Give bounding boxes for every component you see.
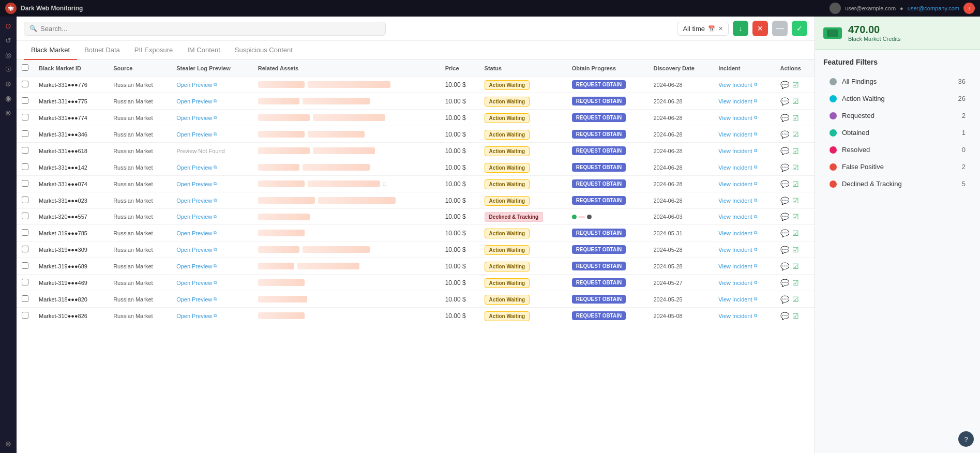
filter-item-declined-tracking[interactable]: Declined & Tracking 5	[823, 176, 972, 192]
open-preview-link[interactable]: Open Preview ⧉	[176, 131, 248, 138]
check-icon[interactable]: ☑	[792, 114, 799, 122]
open-preview-link[interactable]: Open Preview ⧉	[176, 313, 248, 319]
open-preview-link[interactable]: Open Preview ⧉	[176, 247, 248, 253]
obtain-button[interactable]: REQUEST OBTAIN	[572, 130, 626, 139]
sidebar-icon-monitor[interactable]: ⊕	[3, 79, 13, 89]
row-checkbox[interactable]	[22, 312, 28, 319]
obtain-button[interactable]: REQUEST OBTAIN	[572, 295, 626, 304]
row-checkbox[interactable]	[22, 279, 28, 285]
sidebar-icon-list[interactable]: ◉	[3, 93, 13, 103]
row-checkbox[interactable]	[22, 295, 28, 302]
comment-icon[interactable]: 💬	[780, 246, 789, 254]
select-all-checkbox[interactable]	[22, 64, 28, 71]
obtain-button[interactable]: REQUEST OBTAIN	[572, 179, 626, 188]
view-incident-link[interactable]: View Incident ⧉	[718, 98, 770, 104]
view-incident-link[interactable]: View Incident ⧉	[718, 131, 770, 138]
check-icon[interactable]: ☑	[792, 180, 799, 188]
obtain-button[interactable]: REQUEST OBTAIN	[572, 163, 626, 172]
sidebar-icon-profile[interactable]: ⊛	[3, 439, 13, 449]
tab-black-market[interactable]: Black Market	[24, 41, 77, 60]
open-preview-link[interactable]: Open Preview ⧉	[176, 296, 248, 303]
check-icon[interactable]: ☑	[792, 229, 799, 237]
view-incident-link[interactable]: View Incident ⧉	[718, 198, 770, 204]
view-incident-link[interactable]: View Incident ⧉	[718, 263, 770, 269]
row-checkbox[interactable]	[22, 262, 28, 269]
view-incident-link[interactable]: View Incident ⧉	[718, 164, 770, 171]
view-incident-link[interactable]: View Incident ⧉	[718, 247, 770, 253]
obtain-button[interactable]: REQUEST OBTAIN	[572, 113, 626, 122]
filter-item-all-findings[interactable]: All Findings 36	[823, 73, 972, 89]
check-icon[interactable]: ☑	[792, 312, 799, 320]
obtain-button[interactable]: REQUEST OBTAIN	[572, 278, 626, 287]
row-checkbox[interactable]	[22, 213, 28, 219]
open-preview-link[interactable]: Open Preview ⧉	[176, 280, 248, 286]
check-icon[interactable]: ☑	[792, 213, 799, 221]
download-button[interactable]: ↓	[733, 21, 748, 36]
check-icon[interactable]: ☑	[792, 81, 799, 89]
view-incident-link[interactable]: View Incident ⧉	[718, 82, 770, 88]
open-preview-link[interactable]: Open Preview ⧉	[176, 82, 248, 88]
minus-button[interactable]: —	[772, 21, 788, 36]
close-time-icon[interactable]: ✕	[718, 25, 723, 32]
obtain-button[interactable]: REQUEST OBTAIN	[572, 311, 626, 320]
filter-item-obtained[interactable]: Obtained 1	[823, 125, 972, 141]
comment-icon[interactable]: 💬	[780, 229, 789, 237]
obtain-button[interactable]: REQUEST OBTAIN	[572, 229, 626, 237]
row-checkbox[interactable]	[22, 246, 28, 252]
comment-icon[interactable]: 💬	[780, 163, 789, 172]
obtain-button[interactable]: REQUEST OBTAIN	[572, 245, 626, 254]
row-checkbox[interactable]	[22, 81, 28, 87]
comment-icon[interactable]: 💬	[780, 279, 789, 287]
obtain-button[interactable]: REQUEST OBTAIN	[572, 80, 626, 89]
check-icon[interactable]: ☑	[792, 246, 799, 254]
open-preview-link[interactable]: Open Preview ⧉	[176, 230, 248, 236]
row-checkbox[interactable]	[22, 147, 28, 154]
check-icon[interactable]: ☑	[792, 197, 799, 205]
view-incident-link[interactable]: View Incident ⧉	[718, 115, 770, 121]
filter-item-false-positive[interactable]: False Positive 2	[823, 159, 972, 175]
sidebar-icon-target[interactable]: ◎	[3, 50, 13, 60]
view-incident-link[interactable]: View Incident ⧉	[718, 230, 770, 236]
row-checkbox[interactable]	[22, 197, 28, 203]
view-incident-link[interactable]: View Incident ⧉	[718, 148, 770, 154]
row-checkbox[interactable]	[22, 130, 28, 137]
check-icon[interactable]: ☑	[792, 163, 799, 172]
filter-item-requested[interactable]: Requested 2	[823, 108, 972, 124]
comment-icon[interactable]: 💬	[780, 213, 789, 221]
open-preview-link[interactable]: Open Preview ⧉	[176, 198, 248, 204]
row-checkbox[interactable]	[22, 229, 28, 236]
help-button[interactable]: ?	[958, 431, 974, 447]
view-incident-link[interactable]: View Incident ⧉	[718, 296, 770, 303]
open-preview-link[interactable]: Open Preview ⧉	[176, 164, 248, 171]
comment-icon[interactable]: 💬	[780, 312, 789, 320]
row-checkbox[interactable]	[22, 97, 28, 104]
tab-suspicious-content[interactable]: Suspicious Content	[228, 41, 300, 60]
time-filter[interactable]: All time 📅 ✕	[677, 22, 729, 36]
block-button[interactable]: ✕	[752, 21, 768, 36]
tab-im-content[interactable]: IM Content	[180, 41, 228, 60]
open-preview-link[interactable]: Open Preview ⧉	[176, 214, 248, 220]
sidebar-icon-users[interactable]: ☉	[3, 64, 13, 74]
view-incident-link[interactable]: View Incident ⧉	[718, 214, 770, 220]
comment-icon[interactable]: 💬	[780, 197, 789, 205]
view-incident-link[interactable]: View Incident ⧉	[718, 280, 770, 286]
open-preview-link[interactable]: Open Preview ⧉	[176, 263, 248, 269]
check-icon[interactable]: ☑	[792, 262, 799, 270]
filter-item-resolved[interactable]: Resolved 0	[823, 142, 972, 158]
row-checkbox[interactable]	[22, 163, 28, 170]
comment-icon[interactable]: 💬	[780, 262, 789, 270]
filter-item-action-waiting[interactable]: Action Waiting 26	[823, 90, 972, 107]
view-incident-link[interactable]: View Incident ⧉	[718, 313, 770, 319]
obtain-button[interactable]: REQUEST OBTAIN	[572, 196, 626, 205]
search-input[interactable]	[40, 25, 380, 33]
comment-icon[interactable]: 💬	[780, 97, 789, 105]
row-checkbox[interactable]	[22, 114, 28, 120]
confirm-button[interactable]: ✓	[792, 21, 807, 36]
comment-icon[interactable]: 💬	[780, 295, 789, 304]
open-preview-link[interactable]: Open Preview ⧉	[176, 181, 248, 187]
check-icon[interactable]: ☑	[792, 147, 799, 155]
comment-icon[interactable]: 💬	[780, 130, 789, 139]
check-icon[interactable]: ☑	[792, 295, 799, 304]
open-preview-link[interactable]: Open Preview ⧉	[176, 98, 248, 104]
tab-pii-exposure[interactable]: PII Exposure	[127, 41, 180, 60]
